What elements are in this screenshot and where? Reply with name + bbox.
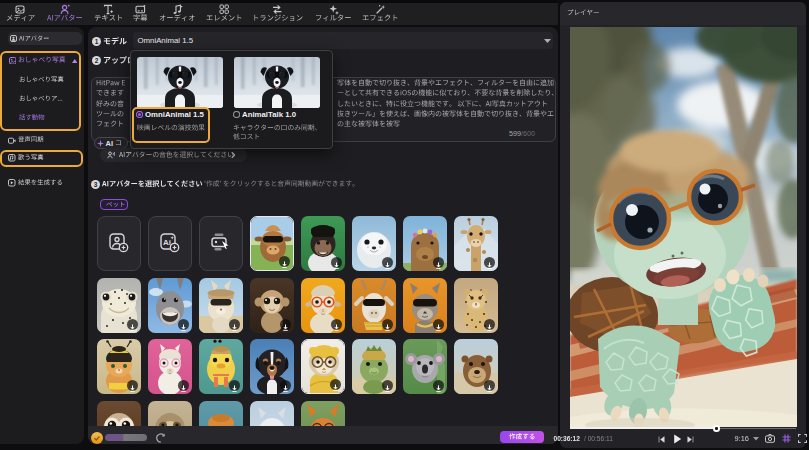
svg-text:2: 2 [94, 56, 98, 63]
svg-text:3: 3 [93, 181, 97, 188]
svg-text:Ai: Ai [163, 238, 171, 247]
svg-text:1: 1 [94, 37, 98, 44]
